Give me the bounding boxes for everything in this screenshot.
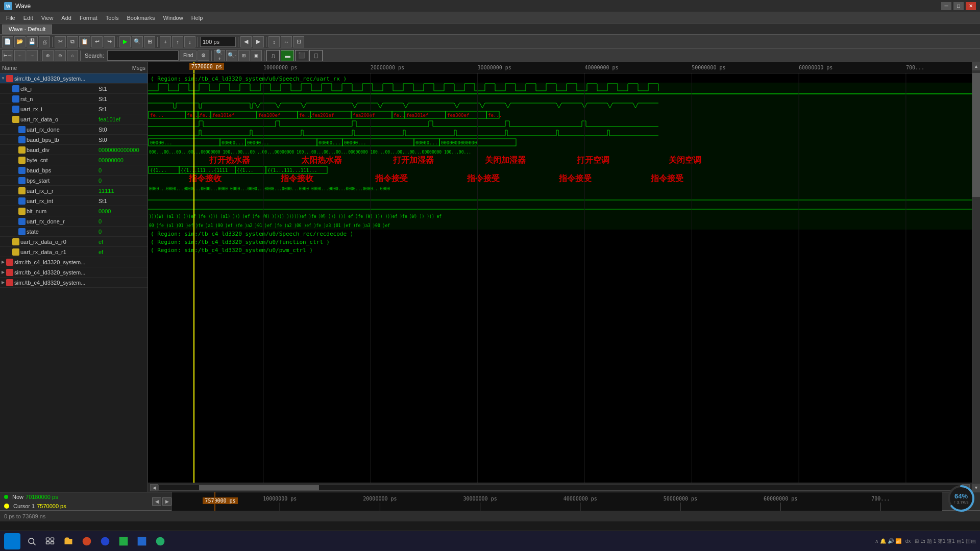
wave-style4[interactable]: ⎕ [309,50,323,61]
h-scrollbar[interactable]: ◀ ▶ [148,483,972,492]
scroll-left-btn[interactable]: ◀ [150,484,158,491]
expand-icon[interactable]: ▶ [0,257,6,267]
run-btn[interactable]: ▶ [119,36,131,47]
wave-add-btn[interactable]: + [160,36,171,47]
taskbar-taskview[interactable] [43,534,57,548]
search-opts-btn[interactable]: ⚙ [198,51,209,61]
start-button[interactable] [4,533,20,549]
find-btn[interactable]: 🔍 [132,36,143,47]
signal-row[interactable]: uart_rx_doneSt0 [0,124,148,135]
signal-row[interactable]: byte_cnt00000000 [0,155,148,165]
signal-value-label: 0 [96,167,148,173]
signal-row[interactable]: rst_nSt1 [0,94,148,104]
menu-tools[interactable]: Tools [102,14,123,22]
scrollbar-thumb[interactable] [199,485,320,490]
signal-row[interactable]: uart_rx_data_ofea101ef [0,114,148,124]
signal-row[interactable]: state0 [0,227,148,237]
wave-style1[interactable]: ⎍ [266,50,280,61]
signal-row[interactable]: uart_rx_iSt1 [0,104,148,114]
minimize-button[interactable]: ─ [941,2,951,10]
zoom-out-btn[interactable]: ▶ [253,36,264,47]
waveform-area[interactable]: ( Region: sim:/tb_c4_ld3320_system/u0/Sp… [148,73,972,483]
taskbar-app3[interactable] [153,534,167,548]
menu-edit[interactable]: Edit [19,14,37,22]
save-btn[interactable]: 💾 [27,36,38,47]
signal-name-label: state [27,229,96,235]
zoom-area-btn[interactable]: ▣ [251,50,262,61]
tb2-btn1[interactable]: ⊢⊣ [2,50,13,61]
signal-value-label: 11111 [96,188,148,194]
scrollbar-track[interactable] [158,485,962,491]
tb2-btn2[interactable]: ← [14,50,26,61]
menu-file[interactable]: File [2,14,19,22]
taskbar-app2[interactable] [135,534,149,548]
search-go-btn[interactable]: Find [180,51,197,61]
tb2-btn3[interactable]: → [27,50,38,61]
taskbar-app1[interactable] [116,534,131,548]
expand-icon[interactable]: ▼ [0,73,6,84]
taskbar-explorer[interactable] [61,534,76,548]
wave-down-btn[interactable]: ↓ [184,36,195,47]
taskbar-browser2[interactable] [98,534,112,548]
maximize-button[interactable]: □ [953,2,964,10]
undo-btn[interactable]: ↩ [91,36,103,47]
search-input[interactable] [107,51,179,61]
signal-row[interactable]: clk_iSt1 [0,84,148,94]
zoom-fit-btn[interactable]: ⊞ [144,36,155,47]
vscroll-thumb[interactable] [972,73,980,197]
signal-row[interactable]: ▶sim:/tb_c4_ld3320_system... [0,267,148,278]
menu-window[interactable]: Window [159,14,187,22]
signal-row[interactable]: ▶sim:/tb_c4_ld3320_system... [0,278,148,288]
move-btn[interactable]: ↔ [281,36,292,47]
signal-row[interactable]: uart_rx_intSt1 [0,196,148,206]
menu-view[interactable]: View [37,14,58,22]
expand-icon[interactable]: ▶ [0,278,6,288]
close-button[interactable]: ✕ [966,2,976,10]
nav-next-btn[interactable]: ▶ [162,497,172,506]
signal-row[interactable]: uart_rx_i_r11111 [0,186,148,196]
signal-row[interactable]: uart_rx_data_o_r0ef [0,237,148,247]
tb2-btn6[interactable]: ⌂ [67,50,78,61]
signal-row[interactable]: baud_bps_tbSt0 [0,135,148,145]
zoom-full-btn[interactable]: ⊞ [238,50,250,61]
v-scrollbar[interactable]: ▲ ▼ [972,62,980,492]
paste-btn[interactable]: 📋 [79,36,90,47]
wave-style2[interactable]: ▬ [281,50,294,61]
signal-row[interactable]: uart_rx_data_o_r1ef [0,247,148,257]
signal-row[interactable]: uart_rx_done_r0 [0,216,148,227]
select-btn[interactable]: ⊡ [293,36,304,47]
signal-row[interactable]: ▶sim:/tb_c4_ld3320_system... [0,257,148,267]
signal-row[interactable]: baud_bps0 [0,165,148,176]
time-input[interactable] [200,37,236,47]
menu-format[interactable]: Format [76,14,102,22]
zoom-in-btn[interactable]: ◀ [240,36,252,47]
signal-row[interactable]: baud_div0000000000000 [0,145,148,155]
redo-btn[interactable]: ↪ [104,36,115,47]
zoom-out-2[interactable]: 🔍- [226,50,237,61]
cut-btn[interactable]: ✂ [55,36,66,47]
taskbar-search[interactable] [24,534,39,548]
wave-default-tab[interactable]: Wave - Default [2,24,52,34]
scroll-up-btn[interactable]: ▲ [972,62,980,70]
cursor-btn[interactable]: ↕ [268,36,280,47]
new-btn[interactable]: 📄 [2,36,13,47]
signal-row[interactable]: bps_start0 [0,176,148,186]
signal-row[interactable]: ▼sim:/tb_c4_ld3320_system... [0,73,148,84]
zoom-sel-btn[interactable]: 🔍+ [214,50,225,61]
menu-bookmarks[interactable]: Bookmarks [122,14,159,22]
print-btn[interactable]: 🖨 [39,36,50,47]
menu-add[interactable]: Add [57,14,76,22]
svg-rect-129 [51,541,54,544]
tb2-btn5[interactable]: ⊖ [55,50,66,61]
signal-row[interactable]: bit_num0000 [0,206,148,216]
wave-style3[interactable]: ⬛ [295,50,308,61]
copy-btn[interactable]: ⧉ [67,36,78,47]
vscroll-track[interactable] [972,70,980,484]
open-btn[interactable]: 📂 [14,36,26,47]
nav-prev-btn[interactable]: ◀ [152,497,161,506]
taskbar-browser1[interactable] [80,534,94,548]
tb2-btn4[interactable]: ⊕ [42,50,54,61]
expand-icon[interactable]: ▶ [0,267,6,278]
menu-help[interactable]: Help [187,14,207,22]
wave-up-btn[interactable]: ↑ [172,36,183,47]
